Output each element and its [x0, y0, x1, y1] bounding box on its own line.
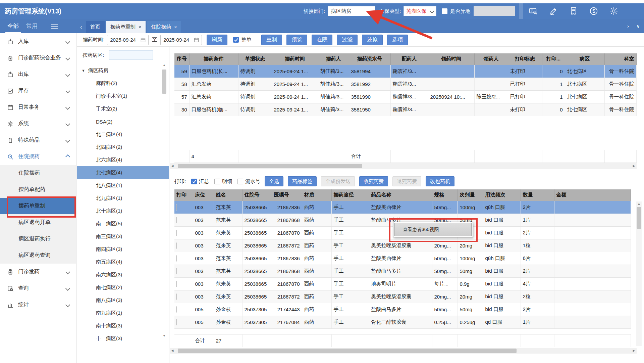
row-print-checkbox[interactable]: [176, 306, 177, 313]
detail-table-row[interactable]: 003范来英2503866521867872西药手工奥美拉唑肠溶胶囊20mg..…: [174, 290, 631, 303]
sidebar-subitem-dispense-order-fill[interactable]: 摆药单配药: [0, 181, 76, 198]
sidebar-subitem-ward-return-query[interactable]: 病区退药查询: [0, 247, 76, 264]
detail-table-row[interactable]: 003范来英2503866521867868西药手工盐酸曲马多片50mg...5…: [174, 265, 631, 277]
sidebar-subitem-ward-return-execute[interactable]: 病区退药执行: [0, 231, 76, 247]
remote-checkbox[interactable]: [442, 8, 447, 14]
sidebar-item-outpatient-dispense-business[interactable]: 门诊配药综合业务: [0, 50, 76, 66]
nav-tab-all[interactable]: 全部: [7, 22, 19, 30]
tree-node[interactable]: 北十病区(1): [77, 205, 169, 217]
tree-node[interactable]: 南五病区(4): [77, 256, 169, 268]
collapse-sidebar-icon[interactable]: [51, 24, 58, 29]
sidebar-item-query[interactable]: 查询: [0, 280, 76, 297]
orders-table-row[interactable]: 59口服包药机(长...待调剂2025-09-24 1...胡佳莉/3...35…: [174, 65, 636, 78]
tree-scrollbar-thumb[interactable]: [162, 70, 166, 94]
detail-table-row[interactable]: 003范来英2503866521867872西药手工奥美拉唑肠溶胶囊20mg..…: [174, 239, 631, 252]
orders-table-row[interactable]: 58汇总发药待调剂2025-09-24 1...胡佳莉/3...3581992鞠…: [174, 78, 636, 90]
detail-table-row[interactable]: 003范来英2503866521867836西药手工盐酸美西律片50mg...1…: [174, 201, 631, 214]
date-to-input[interactable]: 2025-09-24: [160, 35, 202, 45]
tree-node[interactable]: DSA(2): [77, 115, 169, 128]
sidebar-subitem-ward-return-create[interactable]: 病区退药开单: [0, 214, 76, 231]
orders-hscroll-thumb[interactable]: [178, 164, 362, 168]
sidebar-item-outpatient-dispensing[interactable]: 门诊发药: [0, 264, 76, 280]
row-print-checkbox[interactable]: [176, 204, 177, 211]
row-print-checkbox[interactable]: [176, 268, 177, 274]
sidebar-item-daily-affairs[interactable]: 日常事务: [0, 99, 76, 116]
date-from-input[interactable]: 2025-09-24: [107, 35, 149, 45]
close-icon[interactable]: ×: [174, 25, 177, 30]
tree-scrollbar[interactable]: ▲ ▼: [162, 63, 167, 338]
tree-node[interactable]: 北八病区(1): [77, 179, 169, 192]
sidebar-subitem-dispense-order-rebuild[interactable]: 摆药单重制: [0, 198, 76, 214]
row-print-checkbox[interactable]: [176, 293, 177, 300]
restore-button[interactable]: 还原: [362, 35, 383, 45]
tabs-scroll-left-icon[interactable]: ‹: [76, 21, 86, 33]
tree-node[interactable]: 南七病区(2): [77, 281, 169, 294]
options-button[interactable]: 选项: [387, 35, 408, 45]
tabs-scroll-right-icon[interactable]: ›: [627, 23, 629, 29]
scroll-right-icon[interactable]: ▶: [631, 348, 637, 354]
in-hospital-button[interactable]: 在院: [312, 35, 332, 45]
insurance-type-select[interactable]: 芜湖医保: [404, 6, 436, 16]
preview-button[interactable]: 预览: [286, 35, 307, 45]
tree-node[interactable]: 南十病区(3): [77, 319, 169, 332]
row-print-checkbox[interactable]: [176, 319, 177, 325]
close-icon[interactable]: ×: [139, 25, 141, 30]
tree-node[interactable]: 北九病区(1): [77, 192, 169, 205]
sidebar-item-inbound[interactable]: 入库: [0, 33, 76, 50]
sidebar-item-inventory[interactable]: 库存: [0, 83, 76, 99]
scroll-left-icon[interactable]: ◀: [170, 348, 175, 354]
tree-node[interactable]: 南三病区(3): [77, 230, 169, 243]
tree-node[interactable]: 南九病区(1): [77, 307, 169, 319]
whole-order-checkbox[interactable]: [233, 37, 239, 43]
si-circle-icon[interactable]: [589, 6, 599, 16]
sidebar-item-system[interactable]: 系统: [0, 116, 76, 132]
switch-dept-input[interactable]: 病区药房: [328, 6, 375, 16]
orders-hscrollbar[interactable]: ◀ ▶: [170, 163, 637, 169]
print-detail-checkbox[interactable]: [214, 179, 220, 184]
collect-decoction-fee-button[interactable]: 收煎药费: [359, 176, 388, 186]
receipt-icon[interactable]: [569, 6, 579, 16]
row-print-checkbox[interactable]: [176, 255, 177, 262]
tree-root-node[interactable]: ▼病区药房: [77, 64, 169, 77]
scroll-down-icon[interactable]: ▼: [162, 333, 167, 338]
sidebar-item-statistics[interactable]: 统计: [0, 297, 76, 313]
detail-vscrollbar[interactable]: ▲: [636, 201, 642, 346]
tab-inpatient-dispensing[interactable]: 住院摆药×: [147, 21, 181, 33]
sidebar-item-outbound[interactable]: 出库: [0, 66, 76, 83]
orders-table-row[interactable]: 57汇总发药待调剂2025-09-24 1...胡佳莉/3...3581990鞠…: [174, 90, 636, 103]
row-print-checkbox[interactable]: [176, 281, 177, 287]
view-patient-360-menu-item[interactable]: 查看患者360视图: [394, 223, 472, 236]
tab-home[interactable]: 首页: [86, 21, 105, 33]
ward-filter-input[interactable]: [109, 50, 153, 60]
tree-expand-icon[interactable]: ▼: [82, 69, 85, 73]
change-packing-machine-button[interactable]: 改包药机: [426, 176, 454, 186]
print-summary-checkbox[interactable]: [191, 179, 197, 184]
sidebar-subitem-inpatient-dispensing-sub[interactable]: 住院摆药: [0, 165, 76, 181]
scroll-left-icon[interactable]: ◀: [170, 163, 175, 169]
tree-node[interactable]: 北七病区(4): [77, 166, 169, 179]
tree-node[interactable]: 北六病区(4): [77, 153, 169, 166]
settings-gear-icon[interactable]: [609, 6, 619, 16]
tree-node[interactable]: 南四病区(3): [77, 243, 169, 256]
tree-node[interactable]: 麻醉科(2): [77, 77, 169, 90]
detail-vscroll-thumb[interactable]: [637, 207, 641, 229]
detail-hscroll-thumb[interactable]: [178, 349, 517, 353]
detail-table-row[interactable]: 005孙金枝2503730521742443西药手工盐酸曲马多片50mg...5…: [174, 303, 631, 316]
row-print-checkbox[interactable]: [176, 230, 177, 236]
tree-node[interactable]: 南八病区(3): [77, 294, 169, 307]
scroll-up-icon[interactable]: ▲: [162, 63, 167, 67]
filter-button[interactable]: 过滤: [337, 35, 358, 45]
orders-table-row[interactable]: 30口服包药机(临...待调剂2025-09-24 1...胡佳莉/3...35…: [174, 103, 636, 116]
nav-tab-frequent[interactable]: 常用: [26, 22, 38, 30]
sidebar-item-inpatient-dispensing[interactable]: 住院摆药: [0, 148, 76, 165]
tab-dispense-order-rebuild[interactable]: 摆药单重制×: [106, 21, 146, 33]
scroll-right-icon[interactable]: ▶: [631, 163, 637, 169]
detail-hscrollbar[interactable]: ◀ ▶: [170, 348, 637, 354]
tree-node[interactable]: 十二病区(3): [77, 332, 169, 345]
tree-node[interactable]: 北二病区(4): [77, 128, 169, 141]
remote-extra-input[interactable]: [474, 6, 515, 16]
print-serial-no-checkbox[interactable]: [237, 179, 243, 184]
sidebar-item-special-drugs[interactable]: 特殊药品: [0, 132, 76, 148]
tree-node[interactable]: 手术室(2): [77, 102, 169, 115]
tree-node[interactable]: 南六病区(3): [77, 268, 169, 281]
